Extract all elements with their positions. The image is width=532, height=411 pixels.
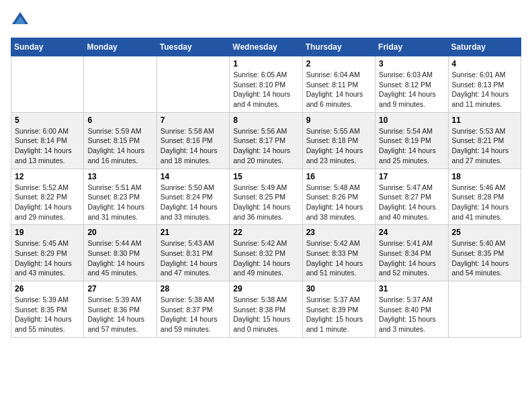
day-number: 7 xyxy=(161,116,226,125)
day-number: 2 xyxy=(306,59,371,68)
calendar-cell: 25Sunrise: 5:40 AMSunset: 8:35 PMDayligh… xyxy=(448,225,521,281)
weekday-header: Thursday xyxy=(302,38,375,56)
day-info: Sunrise: 5:45 AMSunset: 8:29 PMDaylight:… xyxy=(15,238,80,278)
day-info: Sunrise: 6:01 AMSunset: 8:13 PMDaylight:… xyxy=(452,70,517,109)
logo-icon xyxy=(11,11,30,30)
calendar-week-row: 19Sunrise: 5:45 AMSunset: 8:29 PMDayligh… xyxy=(11,225,521,281)
day-info: Sunrise: 5:39 AMSunset: 8:36 PMDaylight:… xyxy=(87,295,152,334)
calendar-cell: 13Sunrise: 5:51 AMSunset: 8:23 PMDayligh… xyxy=(84,169,157,225)
day-info: Sunrise: 5:50 AMSunset: 8:24 PMDaylight:… xyxy=(161,183,226,222)
calendar-cell xyxy=(11,56,84,113)
calendar-cell: 3Sunrise: 6:03 AMSunset: 8:12 PMDaylight… xyxy=(375,56,448,113)
day-number: 13 xyxy=(87,172,152,181)
calendar-cell xyxy=(157,56,229,113)
day-info: Sunrise: 5:37 AMSunset: 8:40 PMDaylight:… xyxy=(379,295,444,334)
calendar-cell: 27Sunrise: 5:39 AMSunset: 8:36 PMDayligh… xyxy=(84,281,157,338)
weekday-header: Friday xyxy=(375,38,448,56)
calendar-cell: 6Sunrise: 5:59 AMSunset: 8:15 PMDaylight… xyxy=(84,112,157,169)
calendar-cell: 11Sunrise: 5:53 AMSunset: 8:21 PMDayligh… xyxy=(448,112,521,169)
day-info: Sunrise: 5:41 AMSunset: 8:34 PMDaylight:… xyxy=(379,238,444,278)
calendar-cell: 19Sunrise: 5:45 AMSunset: 8:29 PMDayligh… xyxy=(11,225,84,281)
day-info: Sunrise: 5:39 AMSunset: 8:35 PMDaylight:… xyxy=(15,295,80,334)
day-info: Sunrise: 5:38 AMSunset: 8:37 PMDaylight:… xyxy=(161,295,226,334)
day-number: 25 xyxy=(452,228,517,237)
calendar-cell: 12Sunrise: 5:52 AMSunset: 8:22 PMDayligh… xyxy=(11,169,84,225)
day-number: 16 xyxy=(306,172,371,181)
calendar-cell: 9Sunrise: 5:55 AMSunset: 8:18 PMDaylight… xyxy=(302,112,375,169)
calendar-week-row: 26Sunrise: 5:39 AMSunset: 8:35 PMDayligh… xyxy=(11,281,521,338)
day-number: 30 xyxy=(306,284,371,293)
day-number: 9 xyxy=(306,116,371,125)
day-number: 20 xyxy=(87,228,152,237)
calendar-cell: 10Sunrise: 5:54 AMSunset: 8:19 PMDayligh… xyxy=(375,112,448,169)
calendar-cell: 16Sunrise: 5:48 AMSunset: 8:26 PMDayligh… xyxy=(302,169,375,225)
day-number: 28 xyxy=(161,284,226,293)
calendar-week-row: 1Sunrise: 6:05 AMSunset: 8:10 PMDaylight… xyxy=(11,56,521,113)
weekday-header: Wednesday xyxy=(230,38,302,56)
day-number: 6 xyxy=(87,116,152,125)
day-number: 14 xyxy=(161,172,226,181)
calendar-cell: 14Sunrise: 5:50 AMSunset: 8:24 PMDayligh… xyxy=(157,169,229,225)
day-info: Sunrise: 5:58 AMSunset: 8:16 PMDaylight:… xyxy=(161,126,226,166)
day-info: Sunrise: 5:49 AMSunset: 8:25 PMDaylight:… xyxy=(233,183,298,222)
calendar-cell: 1Sunrise: 6:05 AMSunset: 8:10 PMDaylight… xyxy=(230,56,302,113)
day-info: Sunrise: 5:55 AMSunset: 8:18 PMDaylight:… xyxy=(306,126,371,166)
calendar-cell: 7Sunrise: 5:58 AMSunset: 8:16 PMDaylight… xyxy=(157,112,229,169)
day-number: 10 xyxy=(379,116,444,125)
calendar-week-row: 5Sunrise: 6:00 AMSunset: 8:14 PMDaylight… xyxy=(11,112,521,169)
calendar-cell xyxy=(448,281,521,338)
day-info: Sunrise: 5:47 AMSunset: 8:27 PMDaylight:… xyxy=(379,183,444,222)
calendar-cell: 29Sunrise: 5:38 AMSunset: 8:38 PMDayligh… xyxy=(230,281,302,338)
calendar-cell: 5Sunrise: 6:00 AMSunset: 8:14 PMDaylight… xyxy=(11,112,84,169)
day-number: 26 xyxy=(15,284,80,293)
day-number: 27 xyxy=(87,284,152,293)
day-info: Sunrise: 5:52 AMSunset: 8:22 PMDaylight:… xyxy=(15,183,80,222)
day-info: Sunrise: 5:51 AMSunset: 8:23 PMDaylight:… xyxy=(87,183,152,222)
day-info: Sunrise: 5:59 AMSunset: 8:15 PMDaylight:… xyxy=(87,126,152,166)
day-info: Sunrise: 5:56 AMSunset: 8:17 PMDaylight:… xyxy=(233,126,298,166)
calendar-table: SundayMondayTuesdayWednesdayThursdayFrid… xyxy=(11,38,521,338)
weekday-header: Monday xyxy=(84,38,157,56)
day-info: Sunrise: 5:53 AMSunset: 8:21 PMDaylight:… xyxy=(452,126,517,166)
day-number: 5 xyxy=(15,116,80,125)
calendar-cell: 23Sunrise: 5:42 AMSunset: 8:33 PMDayligh… xyxy=(302,225,375,281)
calendar-cell: 22Sunrise: 5:42 AMSunset: 8:32 PMDayligh… xyxy=(230,225,302,281)
day-info: Sunrise: 5:40 AMSunset: 8:35 PMDaylight:… xyxy=(452,238,517,278)
logo xyxy=(11,11,32,30)
day-number: 1 xyxy=(233,59,298,68)
day-number: 18 xyxy=(452,172,517,181)
day-number: 4 xyxy=(452,59,517,68)
day-number: 12 xyxy=(15,172,80,181)
day-info: Sunrise: 6:03 AMSunset: 8:12 PMDaylight:… xyxy=(379,70,444,109)
calendar-cell: 4Sunrise: 6:01 AMSunset: 8:13 PMDaylight… xyxy=(448,56,521,113)
weekday-header: Sunday xyxy=(11,38,84,56)
day-info: Sunrise: 5:54 AMSunset: 8:19 PMDaylight:… xyxy=(379,126,444,166)
day-number: 29 xyxy=(233,284,298,293)
day-number: 31 xyxy=(379,284,444,293)
day-info: Sunrise: 5:44 AMSunset: 8:30 PMDaylight:… xyxy=(87,238,152,278)
calendar-cell: 26Sunrise: 5:39 AMSunset: 8:35 PMDayligh… xyxy=(11,281,84,338)
page-header xyxy=(11,11,521,30)
calendar-cell: 8Sunrise: 5:56 AMSunset: 8:17 PMDaylight… xyxy=(230,112,302,169)
calendar-cell: 24Sunrise: 5:41 AMSunset: 8:34 PMDayligh… xyxy=(375,225,448,281)
day-number: 19 xyxy=(15,228,80,237)
day-info: Sunrise: 5:38 AMSunset: 8:38 PMDaylight:… xyxy=(233,295,298,334)
day-info: Sunrise: 5:43 AMSunset: 8:31 PMDaylight:… xyxy=(161,238,226,278)
day-number: 11 xyxy=(452,116,517,125)
calendar-cell: 2Sunrise: 6:04 AMSunset: 8:11 PMDaylight… xyxy=(302,56,375,113)
day-number: 3 xyxy=(379,59,444,68)
day-info: Sunrise: 6:00 AMSunset: 8:14 PMDaylight:… xyxy=(15,126,80,166)
calendar-week-row: 12Sunrise: 5:52 AMSunset: 8:22 PMDayligh… xyxy=(11,169,521,225)
day-info: Sunrise: 6:04 AMSunset: 8:11 PMDaylight:… xyxy=(306,70,371,109)
weekday-header-row: SundayMondayTuesdayWednesdayThursdayFrid… xyxy=(11,38,521,56)
day-number: 24 xyxy=(379,228,444,237)
day-info: Sunrise: 5:42 AMSunset: 8:32 PMDaylight:… xyxy=(233,238,298,278)
calendar-cell: 15Sunrise: 5:49 AMSunset: 8:25 PMDayligh… xyxy=(230,169,302,225)
calendar-cell xyxy=(84,56,157,113)
weekday-header: Saturday xyxy=(448,38,521,56)
calendar-cell: 28Sunrise: 5:38 AMSunset: 8:37 PMDayligh… xyxy=(157,281,229,338)
calendar-cell: 20Sunrise: 5:44 AMSunset: 8:30 PMDayligh… xyxy=(84,225,157,281)
day-info: Sunrise: 5:46 AMSunset: 8:28 PMDaylight:… xyxy=(452,183,517,222)
day-number: 22 xyxy=(233,228,298,237)
calendar-cell: 18Sunrise: 5:46 AMSunset: 8:28 PMDayligh… xyxy=(448,169,521,225)
